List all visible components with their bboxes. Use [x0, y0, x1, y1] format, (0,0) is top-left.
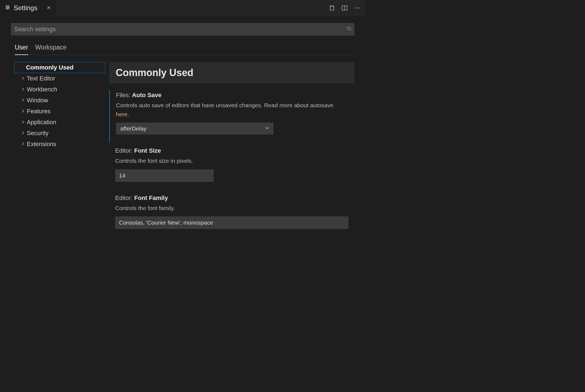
setting-title: Files: Auto Save: [116, 92, 348, 99]
setting-title: Editor: Font Size: [115, 147, 348, 154]
svg-point-2: [357, 7, 357, 8]
auto-save-select[interactable]: afterDelay: [116, 123, 273, 135]
setting-files-auto-save: Files: Auto Save Controls auto save of e…: [109, 90, 354, 143]
setting-description: Controls the font family.: [115, 204, 339, 213]
setting-editor-font-family: Editor: Font Family Controls the font fa…: [109, 193, 354, 237]
select-value: afterDelay: [120, 125, 147, 132]
svg-point-3: [359, 7, 359, 8]
toc-item-extensions[interactable]: Extensions: [14, 139, 105, 150]
toc-item-label: Extensions: [27, 141, 56, 148]
chevron-right-icon: [19, 97, 27, 104]
toc-item-label: Workbench: [27, 86, 57, 93]
section-heading: Commonly Used: [109, 62, 354, 83]
chevron-down-icon: [265, 125, 270, 132]
chevron-right-icon: [19, 75, 27, 82]
settings-search-input[interactable]: [11, 23, 354, 36]
open-settings-json-icon[interactable]: [329, 5, 335, 11]
toc-item-label: Commonly Used: [26, 64, 74, 71]
chevron-right-icon: [19, 86, 27, 93]
chevron-right-icon: [19, 108, 27, 115]
scope-tab-user[interactable]: User: [15, 44, 28, 55]
settings-toc: Commonly Used Text Editor Workbench Wind…: [11, 62, 105, 240]
filter-icon[interactable]: [346, 26, 352, 33]
autosave-docs-link[interactable]: here: [116, 111, 127, 117]
settings-scope-tabs: User Workspace: [11, 44, 354, 55]
tab-settings[interactable]: Settings: [0, 0, 56, 16]
toc-item-features[interactable]: Features: [14, 106, 105, 117]
setting-editor-font-size: Editor: Font Size Controls the font size…: [109, 146, 354, 190]
tab-title: Settings: [14, 4, 37, 12]
scope-tab-workspace[interactable]: Workspace: [35, 44, 67, 55]
settings-list: Commonly Used Files: Auto Save Controls …: [105, 62, 354, 240]
split-editor-icon[interactable]: [341, 5, 348, 11]
toc-item-label: Features: [27, 108, 51, 115]
font-size-input[interactable]: [115, 169, 214, 182]
toc-item-window[interactable]: Window: [14, 95, 105, 106]
setting-description: Controls the font size in pixels.: [115, 156, 339, 165]
chevron-right-icon: [19, 119, 27, 126]
settings-icon: [5, 4, 10, 12]
toc-item-label: Window: [27, 97, 48, 104]
toc-item-security[interactable]: Security: [14, 128, 105, 139]
font-family-input[interactable]: [115, 216, 348, 229]
tabbar-actions: [329, 5, 365, 11]
chevron-right-icon: [19, 141, 27, 148]
setting-description: Controls auto save of editors that have …: [116, 101, 340, 119]
toc-item-commonly-used[interactable]: Commonly Used: [14, 62, 105, 73]
toc-item-label: Application: [27, 119, 56, 126]
toc-item-label: Text Editor: [27, 75, 55, 82]
toc-item-label: Security: [27, 130, 48, 137]
svg-point-1: [355, 7, 356, 8]
editor-tabbar: Settings: [0, 0, 365, 16]
chevron-right-icon: [19, 130, 27, 137]
toc-item-workbench[interactable]: Workbench: [14, 84, 105, 95]
toc-item-text-editor[interactable]: Text Editor: [14, 73, 105, 84]
close-icon[interactable]: [46, 4, 51, 12]
toc-item-application[interactable]: Application: [14, 117, 105, 128]
more-actions-icon[interactable]: [354, 5, 360, 11]
setting-title: Editor: Font Family: [115, 194, 348, 202]
